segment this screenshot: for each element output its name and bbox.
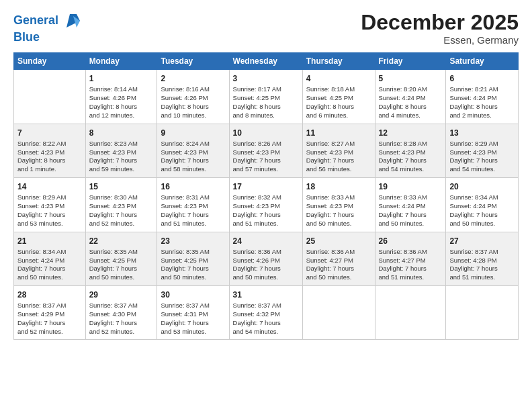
day-info: Sunrise: 8:17 AM Sunset: 4:25 PM Dayligh… xyxy=(233,85,299,120)
day-info: Sunrise: 8:21 AM Sunset: 4:24 PM Dayligh… xyxy=(449,85,515,120)
calendar-cell xyxy=(14,70,86,124)
calendar-cell: 17Sunrise: 8:32 AM Sunset: 4:23 PM Dayli… xyxy=(229,178,302,232)
calendar-cell: 22Sunrise: 8:35 AM Sunset: 4:25 PM Dayli… xyxy=(85,232,157,285)
logo-text: General Blue xyxy=(13,11,83,44)
col-tuesday: Tuesday xyxy=(157,53,229,70)
day-number: 11 xyxy=(306,128,371,138)
day-info: Sunrise: 8:34 AM Sunset: 4:24 PM Dayligh… xyxy=(449,193,515,228)
day-info: Sunrise: 8:20 AM Sunset: 4:24 PM Dayligh… xyxy=(379,85,443,120)
day-info: Sunrise: 8:26 AM Sunset: 4:23 PM Dayligh… xyxy=(233,140,299,174)
day-info: Sunrise: 8:29 AM Sunset: 4:23 PM Dayligh… xyxy=(449,140,515,174)
day-info: Sunrise: 8:37 AM Sunset: 4:31 PM Dayligh… xyxy=(161,302,225,336)
calendar-cell: 27Sunrise: 8:37 AM Sunset: 4:28 PM Dayli… xyxy=(446,232,519,285)
day-info: Sunrise: 8:36 AM Sunset: 4:27 PM Dayligh… xyxy=(379,248,443,282)
col-monday: Monday xyxy=(85,53,157,70)
calendar-cell: 29Sunrise: 8:37 AM Sunset: 4:30 PM Dayli… xyxy=(85,285,157,339)
page-container: General Blue December 2025 Essen, German… xyxy=(0,0,532,347)
day-number: 16 xyxy=(161,181,225,192)
calendar-cell: 12Sunrise: 8:28 AM Sunset: 4:23 PM Dayli… xyxy=(375,124,446,177)
calendar-cell: 7Sunrise: 8:22 AM Sunset: 4:23 PM Daylig… xyxy=(14,124,86,177)
day-number: 27 xyxy=(449,236,515,246)
calendar-week-row: 14Sunrise: 8:29 AM Sunset: 4:23 PM Dayli… xyxy=(14,178,519,232)
day-info: Sunrise: 8:14 AM Sunset: 4:26 PM Dayligh… xyxy=(89,85,154,120)
day-number: 8 xyxy=(89,128,154,138)
day-info: Sunrise: 8:34 AM Sunset: 4:24 PM Dayligh… xyxy=(17,248,82,282)
day-number: 7 xyxy=(17,128,82,138)
day-number: 29 xyxy=(89,289,154,300)
calendar-body: 1Sunrise: 8:14 AM Sunset: 4:26 PM Daylig… xyxy=(14,70,519,340)
calendar-cell: 31Sunrise: 8:37 AM Sunset: 4:32 PM Dayli… xyxy=(229,285,302,339)
day-number: 14 xyxy=(17,181,82,192)
calendar-cell: 19Sunrise: 8:33 AM Sunset: 4:24 PM Dayli… xyxy=(375,178,446,232)
header: General Blue December 2025 Essen, German… xyxy=(13,11,519,46)
calendar-cell: 15Sunrise: 8:30 AM Sunset: 4:23 PM Dayli… xyxy=(85,178,157,232)
day-number: 18 xyxy=(306,181,371,192)
col-friday: Friday xyxy=(375,53,446,70)
calendar-cell: 8Sunrise: 8:23 AM Sunset: 4:23 PM Daylig… xyxy=(85,124,157,177)
day-info: Sunrise: 8:18 AM Sunset: 4:25 PM Dayligh… xyxy=(306,85,371,120)
day-info: Sunrise: 8:35 AM Sunset: 4:25 PM Dayligh… xyxy=(89,248,154,282)
calendar-week-row: 21Sunrise: 8:34 AM Sunset: 4:24 PM Dayli… xyxy=(14,232,519,285)
day-info: Sunrise: 8:37 AM Sunset: 4:29 PM Dayligh… xyxy=(17,302,82,336)
calendar-cell: 23Sunrise: 8:35 AM Sunset: 4:25 PM Dayli… xyxy=(157,232,229,285)
day-info: Sunrise: 8:31 AM Sunset: 4:23 PM Dayligh… xyxy=(161,193,225,228)
day-info: Sunrise: 8:27 AM Sunset: 4:23 PM Dayligh… xyxy=(306,140,371,174)
day-number: 19 xyxy=(379,181,443,192)
col-sunday: Sunday xyxy=(14,53,86,70)
calendar-table: Sunday Monday Tuesday Wednesday Thursday… xyxy=(13,52,519,340)
day-number: 13 xyxy=(449,128,515,138)
calendar-cell: 13Sunrise: 8:29 AM Sunset: 4:23 PM Dayli… xyxy=(446,124,519,177)
calendar-cell: 20Sunrise: 8:34 AM Sunset: 4:24 PM Dayli… xyxy=(446,178,519,232)
day-number: 9 xyxy=(161,128,225,138)
calendar-cell: 6Sunrise: 8:21 AM Sunset: 4:24 PM Daylig… xyxy=(446,70,519,124)
day-number: 26 xyxy=(379,236,443,246)
day-info: Sunrise: 8:36 AM Sunset: 4:26 PM Dayligh… xyxy=(233,248,299,282)
day-info: Sunrise: 8:28 AM Sunset: 4:23 PM Dayligh… xyxy=(379,140,443,174)
day-number: 10 xyxy=(233,128,299,138)
calendar-cell xyxy=(446,285,519,339)
calendar-cell: 30Sunrise: 8:37 AM Sunset: 4:31 PM Dayli… xyxy=(157,285,229,339)
day-number: 5 xyxy=(379,73,443,84)
day-number: 31 xyxy=(233,289,299,300)
day-number: 21 xyxy=(17,236,82,246)
calendar-week-row: 28Sunrise: 8:37 AM Sunset: 4:29 PM Dayli… xyxy=(14,285,519,339)
day-number: 12 xyxy=(379,128,443,138)
calendar-cell xyxy=(375,285,446,339)
logo: General Blue xyxy=(13,11,83,44)
day-number: 3 xyxy=(233,73,299,84)
day-number: 25 xyxy=(306,236,371,246)
calendar-cell: 14Sunrise: 8:29 AM Sunset: 4:23 PM Dayli… xyxy=(14,178,86,232)
col-saturday: Saturday xyxy=(446,53,519,70)
day-number: 20 xyxy=(449,181,515,192)
title-block: December 2025 Essen, Germany xyxy=(361,11,519,46)
day-info: Sunrise: 8:29 AM Sunset: 4:23 PM Dayligh… xyxy=(17,193,82,228)
calendar-week-row: 7Sunrise: 8:22 AM Sunset: 4:23 PM Daylig… xyxy=(14,124,519,177)
day-number: 15 xyxy=(89,181,154,192)
calendar-cell: 5Sunrise: 8:20 AM Sunset: 4:24 PM Daylig… xyxy=(375,70,446,124)
day-number: 23 xyxy=(161,236,225,246)
calendar-cell: 28Sunrise: 8:37 AM Sunset: 4:29 PM Dayli… xyxy=(14,285,86,339)
calendar-cell: 26Sunrise: 8:36 AM Sunset: 4:27 PM Dayli… xyxy=(375,232,446,285)
calendar-cell: 1Sunrise: 8:14 AM Sunset: 4:26 PM Daylig… xyxy=(85,70,157,124)
month-title: December 2025 xyxy=(361,11,519,34)
calendar-cell: 2Sunrise: 8:16 AM Sunset: 4:26 PM Daylig… xyxy=(157,70,229,124)
day-info: Sunrise: 8:37 AM Sunset: 4:30 PM Dayligh… xyxy=(89,302,154,336)
col-wednesday: Wednesday xyxy=(229,53,302,70)
calendar-cell: 21Sunrise: 8:34 AM Sunset: 4:24 PM Dayli… xyxy=(14,232,86,285)
day-info: Sunrise: 8:16 AM Sunset: 4:26 PM Dayligh… xyxy=(161,85,225,120)
day-info: Sunrise: 8:33 AM Sunset: 4:24 PM Dayligh… xyxy=(379,193,443,228)
location: Essen, Germany xyxy=(361,34,519,46)
day-info: Sunrise: 8:24 AM Sunset: 4:23 PM Dayligh… xyxy=(161,140,225,174)
day-info: Sunrise: 8:35 AM Sunset: 4:25 PM Dayligh… xyxy=(161,248,225,282)
day-info: Sunrise: 8:37 AM Sunset: 4:32 PM Dayligh… xyxy=(233,302,299,336)
day-number: 4 xyxy=(306,73,371,84)
logo-general: General xyxy=(13,13,58,27)
day-info: Sunrise: 8:32 AM Sunset: 4:23 PM Dayligh… xyxy=(233,193,299,228)
logo-icon xyxy=(63,11,83,31)
calendar-week-row: 1Sunrise: 8:14 AM Sunset: 4:26 PM Daylig… xyxy=(14,70,519,124)
day-number: 22 xyxy=(89,236,154,246)
day-number: 17 xyxy=(233,181,299,192)
calendar-cell: 3Sunrise: 8:17 AM Sunset: 4:25 PM Daylig… xyxy=(229,70,302,124)
day-number: 1 xyxy=(89,73,154,84)
calendar-cell: 16Sunrise: 8:31 AM Sunset: 4:23 PM Dayli… xyxy=(157,178,229,232)
